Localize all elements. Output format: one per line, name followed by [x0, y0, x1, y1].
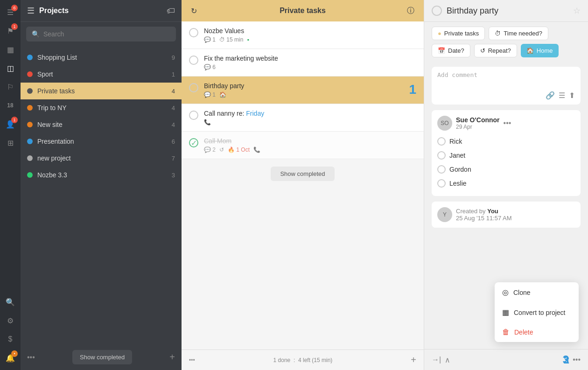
repeat-icon: ↺: [219, 147, 224, 153]
task-item-nozbe-values[interactable]: Nozbe Values 💬 1 ⏱ 15 min ▪: [182, 21, 424, 49]
task-checkbox[interactable]: [189, 56, 198, 65]
dollar-icon[interactable]: $: [2, 331, 19, 348]
project-list: Shopping List 9 Sport 1 Private tasks 4 …: [21, 46, 182, 344]
list-icon[interactable]: ☰: [559, 91, 565, 100]
meta-chip-home[interactable]: 🏠 Home: [521, 44, 559, 57]
detail-footer-left: →| ∧: [432, 356, 450, 364]
clock-icon: ⏱: [495, 30, 501, 37]
sidebar-item-new-site[interactable]: New site 4: [21, 116, 182, 133]
created-label: Created by: [456, 208, 487, 215]
show-completed-button[interactable]: Show completed: [72, 350, 132, 364]
flag-icon[interactable]: ⚐: [2, 78, 19, 95]
task-item-call-nanny[interactable]: Call nanny re: Friday 📞: [182, 104, 424, 132]
date-icon[interactable]: 18: [2, 97, 19, 114]
comment-block: SO Sue O'Connor 29 Apr ••• Rick Janet: [432, 110, 581, 196]
settings-icon[interactable]: ⚙: [2, 312, 19, 329]
bell-icon[interactable]: 🔔 •: [2, 349, 19, 366]
task-item-call-mom[interactable]: ✓ Call Mom 💬 2 ↺ 🔥 1 Oct 📞: [182, 132, 424, 159]
link-icon[interactable]: 🔗: [546, 91, 555, 100]
task-checkbox[interactable]: [189, 83, 198, 92]
calendar-icon[interactable]: ▦: [2, 41, 19, 58]
task-checkbox[interactable]: ✓: [189, 138, 198, 147]
comment-input[interactable]: [437, 71, 575, 85]
task-checkbox[interactable]: [189, 28, 198, 37]
refresh-icon[interactable]: ↻: [191, 7, 197, 15]
chevron-up-icon[interactable]: ∧: [445, 356, 450, 364]
detail-title: Birthday party: [447, 6, 568, 16]
convert-icon: ▦: [502, 308, 509, 317]
task-panel-footer: ••• 1 done : 4 left (15 min) +: [182, 349, 424, 370]
created-text: Created by You 25 Aug '15 11:57 AM: [456, 208, 512, 222]
checklist-checkbox[interactable]: [437, 165, 446, 174]
task-meta: 💬 1 ⏱ 15 min ▪: [204, 36, 416, 43]
project-count: 1: [172, 71, 175, 78]
footer-dots[interactable]: •••: [189, 357, 195, 363]
meta-chip-repeat[interactable]: ↺ Repeat?: [474, 44, 517, 57]
sidebar-item-trip-ny[interactable]: Trip to NY 4: [21, 99, 182, 116]
star-icon[interactable]: ☆: [573, 6, 581, 16]
sidebar-footer-dots[interactable]: •••: [27, 353, 35, 362]
context-clone[interactable]: ◎ Clone: [495, 282, 579, 302]
checklist-checkbox[interactable]: [437, 179, 446, 188]
upload-icon[interactable]: ⬆: [569, 91, 575, 100]
sidebar-item-shopping-list[interactable]: Shopping List 9: [21, 49, 182, 66]
task-panel-header: ↻ Private tasks ⓘ: [182, 0, 424, 21]
project-name: New site: [37, 121, 167, 128]
meta-chip-project[interactable]: ● Private tasks: [432, 27, 485, 40]
checklist-checkbox[interactable]: [437, 137, 446, 146]
done-count: 1 done: [273, 357, 291, 363]
comment-more-icon[interactable]: •••: [504, 119, 511, 127]
meta-time-label: Time needed?: [504, 30, 542, 37]
comment-icon: 💬 2: [204, 147, 216, 153]
project-count: 7: [172, 155, 175, 162]
search-input[interactable]: [43, 30, 170, 38]
project-dot: [27, 155, 33, 161]
comment-toolbar: 🔗 ☰ ⬆: [437, 87, 575, 100]
project-count: 6: [172, 138, 175, 145]
comment-author-row: SO Sue O'Connor 29 Apr •••: [437, 116, 575, 131]
task-title: Birthday party: [204, 82, 403, 90]
priority-flag: ▪: [247, 36, 249, 43]
footer-add[interactable]: +: [411, 355, 416, 365]
inbox-icon[interactable]: ☰ 6: [2, 4, 19, 21]
contacts-badge: 1: [11, 117, 18, 123]
sidebar-item-sport[interactable]: Sport 1: [21, 66, 182, 83]
task-item-fix-marketing[interactable]: Fix the marketing website 💬 6: [182, 49, 424, 77]
sidebar-item-nozbe33[interactable]: Nozbe 3.3 3: [21, 167, 182, 183]
task-content: Nozbe Values 💬 1 ⏱ 15 min ▪: [204, 27, 416, 43]
comment-input-area: 🔗 ☰ ⬆: [432, 67, 581, 105]
meta-chip-time[interactable]: ⏱ Time needed?: [489, 27, 548, 40]
priority-icon[interactable]: ⚑ 1: [2, 22, 19, 39]
project-name: Private tasks: [37, 87, 167, 95]
sidebar-item-presentation[interactable]: Presentation 6: [21, 133, 182, 150]
projects-icon[interactable]: ◫: [2, 60, 19, 77]
sidebar-item-new-project[interactable]: new project 7: [21, 150, 182, 167]
meta-project-label: Private tasks: [444, 30, 479, 37]
project-count: 4: [172, 105, 175, 112]
sidebar-item-private-tasks[interactable]: Private tasks 4: [21, 83, 182, 99]
task-item-birthday-party[interactable]: Birthday party 💬 1 🏠 1: [182, 77, 424, 104]
context-delete[interactable]: 🗑 Delete: [495, 322, 579, 342]
context-convert[interactable]: ▦ Convert to project: [495, 302, 579, 322]
contacts-icon[interactable]: 👤 1: [2, 116, 19, 133]
checklist-label: Leslie: [449, 180, 467, 187]
show-completed-tasks-button[interactable]: Show completed: [271, 167, 334, 181]
checklist-item-leslie: Leslie: [437, 176, 575, 190]
calendar-chip-icon: 📅: [438, 47, 445, 54]
phone-icon: 📞: [204, 119, 211, 126]
sidebar-footer-plus[interactable]: +: [169, 352, 175, 363]
info-icon[interactable]: ⓘ: [407, 6, 414, 16]
meta-chip-date[interactable]: 📅 Date?: [432, 44, 470, 57]
checklist-checkbox[interactable]: [437, 151, 446, 160]
detail-header: Birthday party ☆: [424, 0, 588, 22]
grid-icon[interactable]: ⊞: [2, 134, 19, 151]
detail-footer-dots[interactable]: •••: [573, 356, 581, 364]
search-icon-left[interactable]: 🔍: [2, 293, 19, 310]
context-menu: ◎ Clone ▦ Convert to project 🗑 Delete: [495, 282, 579, 342]
detail-task-checkbox[interactable]: [432, 6, 442, 16]
task-checkbox[interactable]: [189, 111, 198, 120]
project-dot: [27, 71, 33, 77]
project-dot: [27, 172, 33, 178]
project-name: Trip to NY: [37, 104, 167, 112]
forward-icon[interactable]: →|: [432, 356, 441, 364]
